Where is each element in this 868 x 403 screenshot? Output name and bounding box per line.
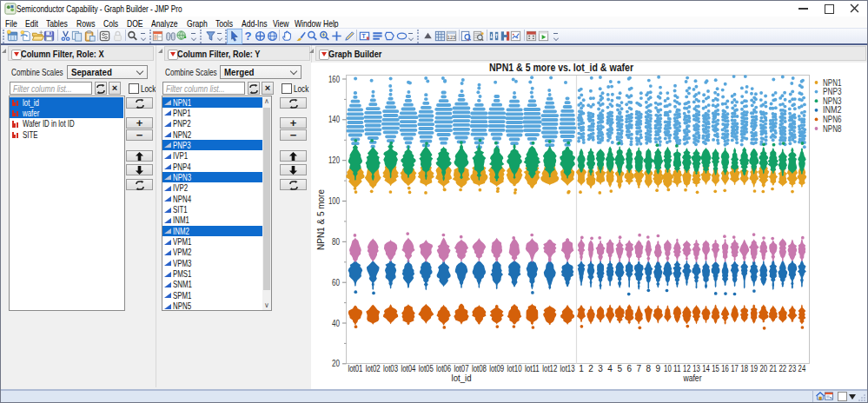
svg-text:wafer: wafer [683,373,702,383]
svg-text:lot05: lot05 [419,364,434,373]
svg-text:123: 123 [447,34,454,39]
svg-text:4: 4 [607,364,613,373]
svg-text:16: 16 [721,364,729,373]
svg-text:1: 1 [579,364,584,373]
svg-text:lot12: lot12 [542,364,557,373]
svg-text:NPN1 & 5 more vs. lot_id & waf: NPN1 & 5 more vs. lot_id & wafer [489,63,633,74]
svg-text:160: 160 [328,75,340,84]
svg-text:PNP3: PNP3 [823,87,842,96]
svg-text:9: 9 [656,364,661,373]
svg-text:INM2: INM2 [823,105,842,115]
svg-text:lot03: lot03 [383,364,398,373]
svg-text:13: 13 [692,364,700,373]
svg-text:lot10: lot10 [507,364,522,373]
svg-text:lot06: lot06 [436,364,451,373]
svg-text:NPN8: NPN8 [823,124,842,134]
svg-text:100: 100 [328,196,340,206]
svg-text:2: 2 [588,364,593,373]
svg-text:lot04: lot04 [401,364,415,373]
svg-text:20: 20 [760,364,768,373]
svg-text:lot01: lot01 [348,364,362,373]
svg-text:24: 24 [798,364,806,373]
svg-text:NPN6: NPN6 [823,115,842,124]
svg-text:NPN1 & 5 more: NPN1 & 5 more [315,189,326,250]
svg-text:3: 3 [598,364,603,373]
svg-text:120: 120 [328,155,340,165]
svg-text:6: 6 [626,364,632,373]
svg-text:20: 20 [332,359,340,368]
svg-text:60: 60 [332,278,340,287]
svg-text:19: 19 [750,364,758,373]
svg-text:lot11: lot11 [525,364,540,373]
svg-text:22: 22 [779,364,787,373]
svg-text:10: 10 [664,364,672,373]
svg-text:7: 7 [636,364,641,373]
svg-text:lot09: lot09 [489,364,504,373]
svg-text:?: ? [244,30,251,43]
svg-text:lot13: lot13 [560,364,575,373]
svg-text:14: 14 [702,364,710,373]
svg-text:80: 80 [332,237,340,247]
svg-text:NPN3: NPN3 [823,96,842,106]
svg-text:8: 8 [646,364,652,373]
svg-text:15: 15 [712,364,719,373]
svg-text:T: T [361,32,366,40]
svg-text:lot_id: lot_id [452,373,472,383]
svg-text:17: 17 [731,364,739,373]
svg-text:140: 140 [328,115,340,124]
svg-text:18: 18 [740,364,748,373]
svg-text:12: 12 [683,364,691,373]
svg-text:40: 40 [332,319,340,328]
svg-text:lot07: lot07 [454,364,469,373]
svg-text:5: 5 [617,364,622,373]
svg-text:23: 23 [789,364,797,373]
svg-text:lot08: lot08 [472,364,487,373]
svg-text:NPN1: NPN1 [823,78,842,88]
svg-text:21: 21 [770,364,778,373]
svg-text:11: 11 [673,364,681,373]
svg-text:lot02: lot02 [366,364,381,373]
